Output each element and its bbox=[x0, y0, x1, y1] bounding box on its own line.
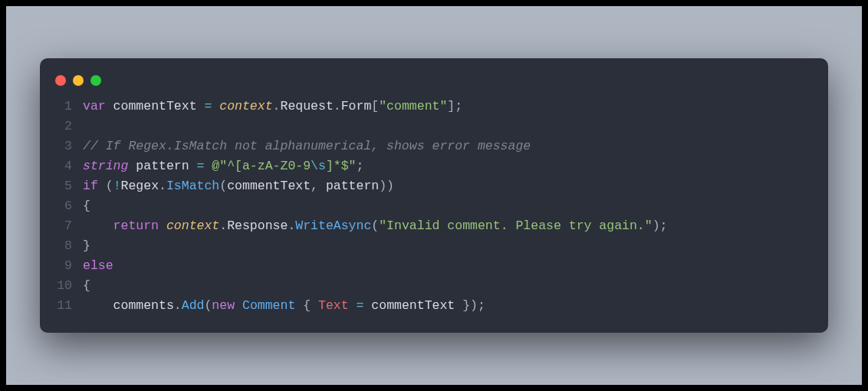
code-token: pattern bbox=[128, 159, 196, 173]
code-token bbox=[311, 298, 318, 313]
code-token: . bbox=[174, 298, 182, 313]
line-number: 3 bbox=[57, 136, 83, 156]
line-number: 1 bbox=[57, 97, 83, 117]
code-line: 9else bbox=[57, 256, 811, 276]
zoom-icon[interactable] bbox=[90, 75, 101, 86]
code-token bbox=[98, 179, 106, 193]
code-token: var bbox=[83, 99, 106, 113]
line-number: 10 bbox=[57, 276, 83, 296]
code-token: \s bbox=[311, 159, 326, 173]
code-token: { bbox=[83, 199, 90, 213]
line-content: return context.Response.WriteAsync("Inva… bbox=[83, 216, 668, 236]
line-number: 11 bbox=[57, 296, 83, 316]
code-token: Request bbox=[280, 99, 333, 113]
code-token: [ bbox=[371, 99, 379, 113]
code-token bbox=[204, 159, 212, 173]
line-number: 8 bbox=[57, 236, 83, 256]
code-token: . bbox=[288, 219, 295, 233]
code-token: comments bbox=[83, 298, 174, 313]
code-line: 7 return context.Response.WriteAsync("In… bbox=[57, 216, 811, 236]
code-token: = bbox=[204, 99, 212, 113]
code-token: { bbox=[83, 278, 90, 293]
line-content: comments.Add(new Comment { Text = commen… bbox=[83, 296, 485, 316]
code-token: Regex bbox=[121, 179, 159, 193]
code-block: 1var commentText = context.Request.Form[… bbox=[40, 97, 828, 320]
code-token bbox=[159, 219, 166, 233]
code-token: ( bbox=[106, 179, 113, 193]
code-token: , bbox=[311, 179, 318, 193]
code-token: . bbox=[334, 99, 341, 113]
code-token: }); bbox=[462, 298, 485, 313]
code-token bbox=[235, 298, 242, 313]
code-token: pattern bbox=[318, 179, 379, 193]
code-line: 5if (!Regex.IsMatch(commentText, pattern… bbox=[57, 176, 811, 196]
code-token: Comment bbox=[242, 298, 295, 313]
line-number: 7 bbox=[57, 216, 83, 236]
code-token: WriteAsync bbox=[295, 219, 371, 233]
code-token: context bbox=[219, 99, 272, 113]
code-token: string bbox=[83, 159, 128, 173]
line-content bbox=[83, 117, 90, 136]
code-line: 11 comments.Add(new Comment { Text = com… bbox=[57, 296, 811, 316]
code-line: 10{ bbox=[57, 276, 811, 296]
code-token: ! bbox=[113, 179, 121, 193]
code-token: "comment" bbox=[379, 99, 447, 113]
code-token: } bbox=[83, 238, 90, 253]
code-token: ( bbox=[204, 298, 212, 313]
code-token: "Invalid comment. Please try again." bbox=[379, 219, 652, 233]
close-icon[interactable] bbox=[55, 75, 66, 86]
code-token: new bbox=[212, 298, 235, 313]
code-token: if bbox=[83, 179, 98, 193]
code-token: Response bbox=[227, 219, 288, 233]
code-token: @"^[a-zA-Z0-9 bbox=[212, 159, 311, 173]
line-content: // If Regex.IsMatch not alphanumerical, … bbox=[83, 136, 531, 156]
code-token: = bbox=[357, 298, 364, 313]
code-line: 1var commentText = context.Request.Form[… bbox=[57, 97, 811, 117]
code-token bbox=[83, 219, 113, 233]
line-content: { bbox=[83, 196, 90, 216]
code-token: ; bbox=[357, 159, 364, 173]
code-token: ( bbox=[371, 219, 379, 233]
code-line: 2 bbox=[57, 117, 811, 136]
line-content: if (!Regex.IsMatch(commentText, pattern)… bbox=[83, 176, 394, 196]
code-token: IsMatch bbox=[166, 179, 219, 193]
line-content: } bbox=[83, 236, 90, 256]
code-token: context bbox=[166, 219, 219, 233]
window-traffic-lights bbox=[40, 72, 828, 97]
code-token: ]*$" bbox=[326, 159, 357, 173]
code-token bbox=[349, 298, 357, 313]
code-token: Text bbox=[318, 298, 349, 313]
line-content: { bbox=[83, 276, 90, 296]
code-token: . bbox=[273, 99, 281, 113]
line-content: else bbox=[83, 256, 113, 276]
code-token: Form bbox=[341, 99, 372, 113]
code-line: 8} bbox=[57, 236, 811, 256]
line-content: var commentText = context.Request.Form["… bbox=[83, 97, 462, 117]
code-token: ); bbox=[653, 219, 668, 233]
code-token: // If Regex.IsMatch not alphanumerical, … bbox=[83, 139, 531, 153]
code-line: 6{ bbox=[57, 196, 811, 216]
line-content: string pattern = @"^[a-zA-Z0-9\s]*$"; bbox=[83, 156, 363, 176]
minimize-icon[interactable] bbox=[73, 75, 84, 86]
code-token bbox=[295, 298, 303, 313]
code-token: return bbox=[113, 219, 159, 233]
page-background: 1var commentText = context.Request.Form[… bbox=[6, 6, 862, 385]
code-token: ( bbox=[219, 179, 227, 193]
line-number: 9 bbox=[57, 256, 83, 276]
code-window: 1var commentText = context.Request.Form[… bbox=[40, 58, 828, 334]
line-number: 5 bbox=[57, 176, 83, 196]
line-number: 4 bbox=[57, 156, 83, 176]
code-line: 4string pattern = @"^[a-zA-Z0-9\s]*$"; bbox=[57, 156, 811, 176]
code-token: commentText bbox=[363, 298, 462, 313]
code-token: Add bbox=[182, 298, 205, 313]
code-token bbox=[212, 99, 219, 113]
code-token: )) bbox=[379, 179, 394, 193]
code-line: 3// If Regex.IsMatch not alphanumerical,… bbox=[57, 136, 811, 156]
line-number: 2 bbox=[57, 117, 83, 136]
line-number: 6 bbox=[57, 196, 83, 216]
code-token: . bbox=[159, 179, 166, 193]
code-token: else bbox=[83, 258, 113, 273]
code-token: . bbox=[219, 219, 227, 233]
code-token: commentText bbox=[106, 99, 205, 113]
code-token: { bbox=[303, 298, 311, 313]
